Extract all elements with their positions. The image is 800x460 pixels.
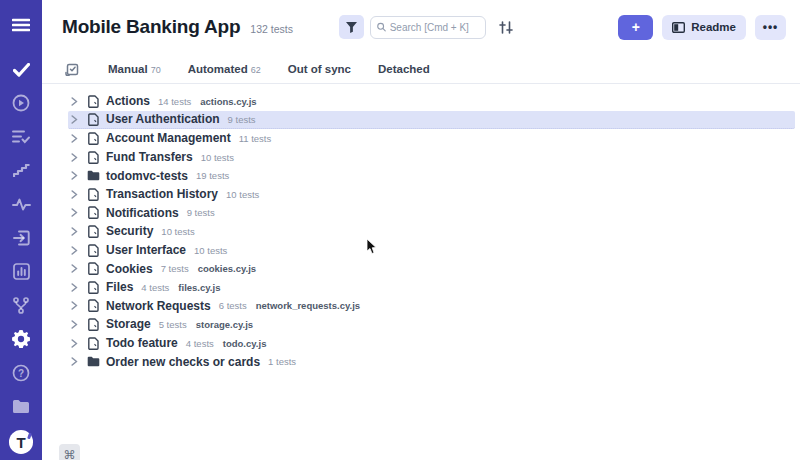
chevron-right-icon[interactable] <box>71 134 81 143</box>
suite-test-count: 14 tests <box>158 96 191 107</box>
play-circle-icon[interactable] <box>11 93 31 113</box>
svg-text:?: ? <box>18 367 24 378</box>
chevron-right-icon[interactable] <box>71 208 81 217</box>
funnel-icon <box>346 22 357 33</box>
app-sidebar: ? T <box>0 0 42 460</box>
tab-label: Out of sync <box>288 63 351 75</box>
list-check-icon[interactable] <box>11 127 31 147</box>
suite-type-icon <box>87 188 100 201</box>
suite-file-name: cookies.cy.js <box>198 263 256 274</box>
file-icon <box>88 225 99 238</box>
suite-test-count: 10 tests <box>194 245 227 256</box>
branch-icon[interactable] <box>11 296 31 316</box>
help-icon[interactable]: ? <box>11 363 31 383</box>
bar-chart-icon[interactable] <box>11 262 31 282</box>
tab-label: Automated <box>188 63 248 75</box>
tab-bar: Manual 70 Automated 62 Out of sync Detac… <box>42 54 800 84</box>
chevron-right-icon[interactable] <box>71 115 81 124</box>
suite-type-icon <box>87 132 100 145</box>
check-icon[interactable] <box>11 60 31 80</box>
chevron-right-icon[interactable] <box>71 339 81 348</box>
suite-row[interactable]: todomvc-tests 19 tests <box>68 166 795 185</box>
search-box[interactable] <box>370 16 486 39</box>
keyboard-shortcut-button[interactable]: ⌘ <box>59 444 80 460</box>
chevron-right-icon[interactable] <box>71 320 81 329</box>
suite-test-count: 9 tests <box>187 207 215 218</box>
search-input[interactable] <box>390 22 479 33</box>
gear-icon[interactable] <box>11 329 31 349</box>
menu-icon[interactable] <box>11 15 31 35</box>
tab-detached[interactable]: Detached <box>378 63 430 75</box>
app-logo[interactable]: T <box>9 430 33 454</box>
suite-row[interactable]: Order new checks or cards 1 tests <box>68 352 795 371</box>
chevron-right-icon[interactable] <box>71 227 81 236</box>
chevron-right-icon[interactable] <box>71 246 81 255</box>
suite-type-icon <box>87 170 100 181</box>
suite-test-count: 10 tests <box>226 189 259 200</box>
suite-row[interactable]: Notifications 9 tests <box>68 204 795 223</box>
header-actions: + Readme ••• <box>618 15 786 40</box>
chevron-right-icon[interactable] <box>71 283 81 292</box>
suite-name: Files <box>106 280 133 294</box>
suite-test-count: 11 tests <box>239 133 272 144</box>
suite-test-count: 4 tests <box>186 338 214 349</box>
suite-row[interactable]: Account Management 11 tests <box>68 129 795 148</box>
bulk-select-icon[interactable] <box>65 62 79 76</box>
suite-type-icon <box>87 225 100 238</box>
suite-row[interactable]: Todo feature 4 tests todo.cy.js <box>68 334 795 353</box>
sign-in-icon[interactable] <box>11 228 31 248</box>
folder-icon[interactable] <box>11 397 31 417</box>
tab-manual[interactable]: Manual 70 <box>108 63 161 75</box>
file-icon <box>88 244 99 257</box>
suite-file-name: storage.cy.js <box>196 319 253 330</box>
sliders-button[interactable] <box>496 17 516 37</box>
suite-name: Todo feature <box>106 336 178 350</box>
suite-type-icon <box>87 151 100 164</box>
suite-type-icon <box>87 262 100 275</box>
chevron-right-icon[interactable] <box>71 97 81 106</box>
suite-name: Cookies <box>106 262 153 276</box>
chevron-right-icon[interactable] <box>71 264 81 273</box>
tab-automated[interactable]: Automated 62 <box>188 63 261 75</box>
suite-row[interactable]: Files 4 tests files.cy.js <box>68 278 795 297</box>
tab-label: Detached <box>378 63 430 75</box>
suite-name: Notifications <box>106 206 179 220</box>
suite-row[interactable]: Transaction History 10 tests <box>68 185 795 204</box>
tab-count: 70 <box>151 65 161 75</box>
folder-icon <box>87 170 100 181</box>
suite-name: User Authentication <box>106 112 220 126</box>
suite-type-icon <box>87 95 100 108</box>
suite-name: Storage <box>106 317 151 331</box>
tab-label: Manual <box>108 63 148 75</box>
filter-button[interactable] <box>339 15 364 39</box>
suite-row[interactable]: User Interface 10 tests <box>68 241 795 260</box>
page-title: Mobile Banking App <box>62 16 240 38</box>
chevron-right-icon[interactable] <box>71 153 81 162</box>
more-button[interactable]: ••• <box>755 15 786 40</box>
suite-file-name: actions.cy.js <box>200 96 256 107</box>
suite-name: Order new checks or cards <box>106 355 260 369</box>
suite-row[interactable]: Cookies 7 tests cookies.cy.js <box>68 259 795 278</box>
suite-test-count: 9 tests <box>228 114 256 125</box>
readme-button[interactable]: Readme <box>662 15 746 40</box>
chevron-right-icon[interactable] <box>71 171 81 180</box>
suite-row[interactable]: Fund Transfers 10 tests <box>68 148 795 167</box>
suite-row[interactable]: Storage 5 tests storage.cy.js <box>68 315 795 334</box>
suite-row[interactable]: Actions 14 tests actions.cy.js <box>68 92 795 111</box>
file-icon <box>88 151 99 164</box>
tests-count: 132 tests <box>250 23 293 35</box>
suite-row[interactable]: Network Requests 6 tests network_request… <box>68 297 795 316</box>
tab-out-of-sync[interactable]: Out of sync <box>288 63 351 75</box>
suite-name: Account Management <box>106 131 231 145</box>
add-button[interactable]: + <box>618 15 653 40</box>
chevron-right-icon[interactable] <box>71 357 81 366</box>
suite-test-count: 10 tests <box>201 152 234 163</box>
suite-row[interactable]: Security 10 tests <box>68 222 795 241</box>
chevron-right-icon[interactable] <box>71 301 81 310</box>
suite-test-count: 6 tests <box>219 300 247 311</box>
suite-row[interactable]: User Authentication 9 tests <box>68 111 795 130</box>
steps-icon[interactable] <box>11 161 31 181</box>
suite-type-icon <box>87 113 100 126</box>
activity-icon[interactable] <box>11 195 31 215</box>
chevron-right-icon[interactable] <box>71 190 81 199</box>
